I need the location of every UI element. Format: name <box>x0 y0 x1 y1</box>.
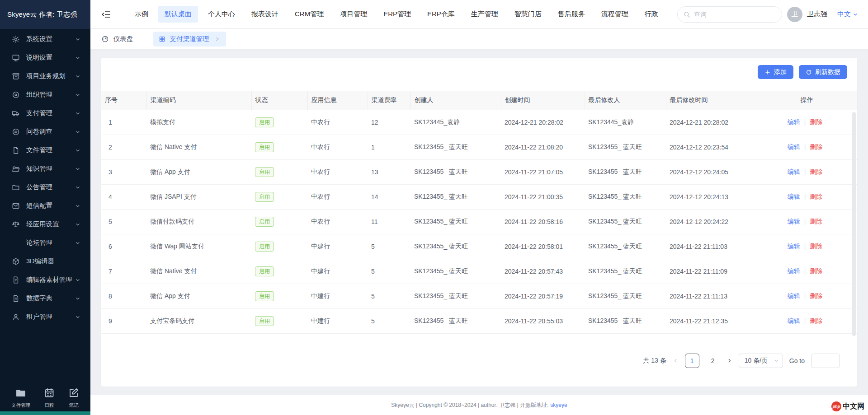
status-badge: 启用 <box>255 242 274 252</box>
sidebar-item[interactable]: 数据字典 <box>0 289 90 308</box>
calendar-icon <box>44 387 55 400</box>
cell-creator: SK123455_ 蓝天旺 <box>410 135 501 159</box>
nav-tab[interactable]: 流程管理 <box>595 6 635 23</box>
monitor-icon <box>12 54 20 62</box>
sidebar-item[interactable]: 文件管理 <box>0 141 90 159</box>
cell-modified-time: 2024-11-22 21:12:35 <box>666 308 753 333</box>
cell-creator: SK123455_ 蓝天旺 <box>410 209 501 234</box>
sidebar-item[interactable]: 租户管理 <box>0 308 90 326</box>
sidebar-item[interactable]: 组织管理 <box>0 85 90 104</box>
close-tab-icon[interactable] <box>215 36 221 42</box>
sidebar-footer-item[interactable]: 日程 <box>44 387 55 409</box>
refresh-button[interactable]: 刷新数据 <box>799 65 847 79</box>
cell-channel-code: 支付宝条码支付 <box>146 308 251 333</box>
top-nav: 示例 默认桌面 个人中心 报表设计 CRM管理 项目管理 ERP管理 ERP仓库… <box>128 6 665 23</box>
sidebar-item[interactable]: 问卷调查 <box>0 122 90 141</box>
delete-link[interactable]: 删除 <box>810 267 822 275</box>
edit-link[interactable]: 编辑 <box>788 292 800 299</box>
nav-tab[interactable]: ERP仓库 <box>421 6 461 23</box>
vertical-scrollbar[interactable] <box>852 112 856 336</box>
cell-channel-code: 微信 App 支付 <box>146 284 251 308</box>
edit-link[interactable]: 编辑 <box>788 118 800 126</box>
status-badge: 启用 <box>255 142 274 152</box>
edit-link[interactable]: 编辑 <box>788 317 800 324</box>
status-badge: 启用 <box>255 316 274 326</box>
sidebar-item[interactable]: 说明设置 <box>0 48 90 67</box>
nav-tab[interactable]: ERP管理 <box>377 6 417 23</box>
tab-payment-channels[interactable]: 支付渠道管理 <box>153 32 226 47</box>
sidebar-item-label: 论坛管理 <box>26 238 52 247</box>
page-size-select[interactable]: 10 条/页 <box>739 354 783 368</box>
sidebar-item[interactable]: 知识管理 <box>0 159 90 178</box>
delete-link[interactable]: 删除 <box>810 143 822 150</box>
cell-modified-time: 2024-12-21 20:28:02 <box>666 110 753 135</box>
app-root: Skyeye云 作者: 卫志强 系统设置 说明设置 项目业务规划 <box>0 0 868 415</box>
nav-tab[interactable]: 行政 <box>638 6 665 23</box>
cell-rate: 5 <box>368 308 410 333</box>
column-header: 最后修改人 <box>585 91 666 110</box>
nav-tab[interactable]: 生产管理 <box>465 6 505 23</box>
sidebar-item[interactable]: 轻应用设置 <box>0 215 90 233</box>
folder-solid-icon <box>15 387 26 400</box>
status-badge: 启用 <box>255 167 274 177</box>
next-page-icon[interactable] <box>726 358 732 364</box>
delete-link[interactable]: 删除 <box>810 218 822 225</box>
nav-tab[interactable]: 报表设计 <box>245 6 285 23</box>
sidebar-item[interactable]: 项目业务规划 <box>0 67 90 85</box>
delete-link[interactable]: 删除 <box>810 168 822 175</box>
add-button[interactable]: 添加 <box>758 65 793 79</box>
cell-modifier: SK123455_ 蓝天旺 <box>585 259 666 284</box>
cell-modifier: SK123455_ 蓝天旺 <box>585 284 666 308</box>
cell-rate: 13 <box>368 159 410 184</box>
goto-page-input[interactable] <box>811 354 840 368</box>
edit-link[interactable]: 编辑 <box>788 218 800 225</box>
sidebar-item[interactable]: 公告管理 <box>0 178 90 196</box>
cell-created-time: 2024-11-22 20:55:03 <box>501 308 585 333</box>
sidebar-footer-item[interactable]: 笔记 <box>68 387 79 409</box>
delete-link[interactable]: 删除 <box>810 193 822 200</box>
nav-tab[interactable]: CRM管理 <box>288 6 330 23</box>
delete-link[interactable]: 删除 <box>810 317 822 324</box>
delete-link[interactable]: 删除 <box>810 292 822 299</box>
cell-no: 1 <box>101 110 146 135</box>
edit-link[interactable]: 编辑 <box>788 267 800 275</box>
sidebar-item[interactable]: 短信配置 <box>0 196 90 215</box>
cell-app-info: 中建行 <box>307 234 368 259</box>
sidebar-item-label: 数据字典 <box>26 294 52 303</box>
page-2-button[interactable]: 2 <box>706 354 720 368</box>
edit-link[interactable]: 编辑 <box>788 168 800 175</box>
cell-channel-code: 微信 App 支付 <box>146 159 251 184</box>
sidebar-item[interactable]: 支付管理 <box>0 104 90 122</box>
sidebar-item[interactable]: 3D编辑器 <box>0 252 90 270</box>
sidebar-item[interactable]: 论坛管理 <box>0 233 90 252</box>
tab-dashboard[interactable]: 仪表盘 <box>101 35 133 43</box>
cell-modified-time: 2024-12-12 20:24:05 <box>666 159 753 184</box>
cell-channel-code: 微信 JSAPI 支付 <box>146 184 251 209</box>
sidebar-item[interactable]: 编辑器素材管理 <box>0 270 90 289</box>
delete-link[interactable]: 删除 <box>810 118 822 126</box>
nav-tab[interactable]: 智慧门店 <box>508 6 548 23</box>
sidebar-item[interactable]: 系统设置 <box>0 30 90 48</box>
bottom-strip <box>0 411 90 415</box>
nav-tab[interactable]: 项目管理 <box>334 6 373 23</box>
edit-link[interactable]: 编辑 <box>788 143 800 150</box>
delete-link[interactable]: 删除 <box>810 242 822 250</box>
column-header: 最后修改时间 <box>666 91 753 110</box>
user-menu[interactable]: 卫 卫志强 <box>787 7 827 22</box>
nav-tab[interactable]: 示例 <box>128 6 155 23</box>
edit-link[interactable]: 编辑 <box>788 242 800 250</box>
language-switcher[interactable]: 中文 <box>837 10 858 19</box>
nav-tab[interactable]: 个人中心 <box>202 6 241 23</box>
search-input[interactable] <box>694 11 762 18</box>
edit-link[interactable]: 编辑 <box>788 193 800 200</box>
top-header: 示例 默认桌面 个人中心 报表设计 CRM管理 项目管理 ERP管理 ERP仓库… <box>90 0 868 29</box>
sidebar-footer-item[interactable]: 文件管理 <box>11 387 30 409</box>
opensource-link[interactable]: skyeye <box>550 402 567 408</box>
page-1-button[interactable]: 1 <box>685 354 699 368</box>
collapse-sidebar-icon[interactable] <box>101 9 111 19</box>
nav-tab[interactable]: 默认桌面 <box>158 6 198 23</box>
nav-tab[interactable]: 售后服务 <box>552 6 591 23</box>
cube-icon <box>12 257 20 266</box>
prev-page-icon[interactable] <box>673 358 679 364</box>
tab-payment-channels-label: 支付渠道管理 <box>170 35 209 43</box>
